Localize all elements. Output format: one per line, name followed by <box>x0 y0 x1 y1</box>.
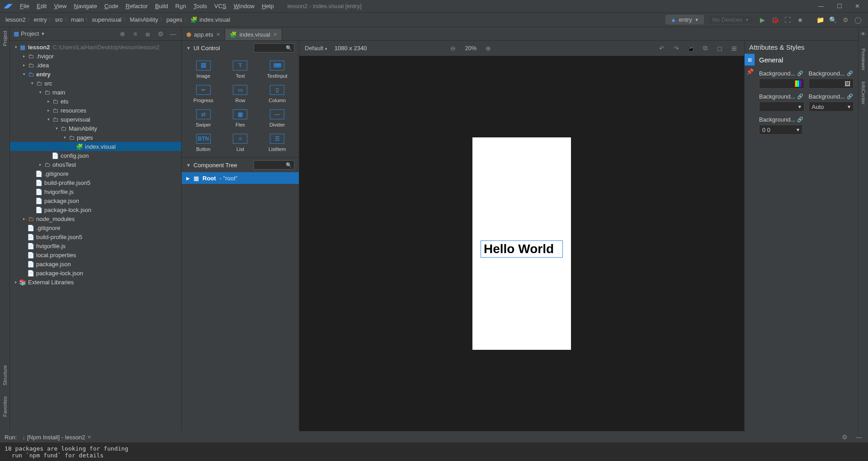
control-progress[interactable]: ━Progress <box>186 85 221 103</box>
devices-dropdown[interactable]: No Devices▼ <box>708 15 754 24</box>
structure-tool-button[interactable]: Structure <box>2 365 8 386</box>
link-icon[interactable]: 🔗 <box>847 71 853 76</box>
control-text[interactable]: TText <box>223 61 258 79</box>
control-button[interactable]: BTNButton <box>186 134 221 152</box>
pin-icon[interactable]: 📌 <box>746 68 754 75</box>
expand-all-icon[interactable]: ≡ <box>131 29 140 38</box>
menu-vcs[interactable]: VCS <box>212 2 229 10</box>
menu-navigate[interactable]: Navigate <box>71 2 99 10</box>
tree-item[interactable]: 📄hvigorfile.js <box>10 241 181 250</box>
tree-item[interactable]: 📄.gitignore <box>10 223 181 232</box>
menu-refactor[interactable]: Refactor <box>123 2 151 10</box>
menu-code[interactable]: Code <box>102 2 121 10</box>
run-button[interactable]: ▶ <box>758 15 767 24</box>
tree-item[interactable]: 📄package.json <box>10 259 181 268</box>
tree-item[interactable]: ▾🗀src <box>10 79 181 88</box>
collapse-icon[interactable]: ▼ <box>186 46 191 51</box>
tree-item[interactable]: 📄hvigorfile.js <box>10 187 181 196</box>
control-swiper[interactable]: ⇄Swiper <box>186 109 221 127</box>
coverage-button[interactable]: ⛶ <box>783 15 792 24</box>
menu-tools[interactable]: Tools <box>191 2 210 10</box>
tab-index-visual[interactable]: 🧩index.visual✕ <box>225 29 282 40</box>
copy-icon[interactable]: ⧉ <box>701 44 710 53</box>
control-flex[interactable]: ▦Flex <box>223 109 258 127</box>
tree-item[interactable]: ▸🗀.idea <box>10 61 181 70</box>
control-divider[interactable]: —Divider <box>260 109 294 127</box>
menu-view[interactable]: View <box>51 2 69 10</box>
image-picker-icon[interactable]: 🖼 <box>844 80 850 87</box>
hello-world-text[interactable]: Hello World <box>481 240 563 258</box>
tree-item[interactable]: ▾🗀main <box>10 88 181 97</box>
menu-run[interactable]: Run <box>173 2 189 10</box>
hide-run-panel-icon[interactable]: — <box>854 433 863 442</box>
menu-file[interactable]: FFileile <box>17 2 32 10</box>
link-icon[interactable]: 🔗 <box>797 94 803 99</box>
link-icon[interactable]: 🔗 <box>797 71 803 76</box>
tree-item[interactable]: ▸🗀ohosTest <box>10 160 181 169</box>
tree-item[interactable]: ▸🗀.hvigor <box>10 52 181 61</box>
redo-button[interactable]: ↷ <box>672 44 681 53</box>
close-run-tab-icon[interactable]: ✕ <box>87 434 91 440</box>
control-image[interactable]: 🖼Image <box>186 61 221 79</box>
tree-item[interactable]: 📄build-profile.json5 <box>10 178 181 187</box>
control-list[interactable]: ≡List <box>223 134 258 152</box>
device-preset-dropdown[interactable]: Default ▾ <box>305 45 327 52</box>
search-button[interactable]: 🔍 <box>828 15 837 24</box>
menu-help[interactable]: Help <box>259 2 277 10</box>
bg-position-dropdown[interactable]: 0 0▾ <box>759 125 802 135</box>
tree-item[interactable]: ▸🗀node_modules <box>10 214 181 223</box>
project-tool-button[interactable]: Project <box>2 31 8 46</box>
crop-icon[interactable]: ◻ <box>715 44 724 53</box>
undo-button[interactable]: ↶ <box>657 44 666 53</box>
run-output[interactable]: 18 packages are looking for funding run … <box>0 442 868 461</box>
tree-item[interactable]: ▾🗀pages <box>10 133 181 142</box>
tree-item[interactable]: 📄package-lock.json <box>10 205 181 214</box>
tree-search-input[interactable]: 🔍 <box>254 160 294 169</box>
collapse-all-icon[interactable]: ≣ <box>143 29 152 38</box>
breadcrumb-item[interactable]: src <box>55 16 63 23</box>
breadcrumb-item[interactable]: entry <box>34 16 47 23</box>
control-row[interactable]: ▭Row <box>223 85 258 103</box>
bg-repeat-dropdown[interactable]: Auto▾ <box>809 102 854 112</box>
run-settings-icon[interactable]: ⚙ <box>840 433 849 442</box>
breadcrumb-item[interactable]: index.visual <box>199 16 230 23</box>
zoom-out-button[interactable]: ⊖ <box>448 44 458 53</box>
tree-item[interactable]: 📄local.properties <box>10 250 181 259</box>
minimize-button[interactable]: — <box>814 1 829 11</box>
debug-button[interactable]: 🐞 <box>770 15 779 24</box>
close-tab-icon[interactable]: ✕ <box>216 32 220 38</box>
tree-item[interactable]: 📄package.json <box>10 196 181 205</box>
panel-settings-icon[interactable]: ⚙ <box>156 29 165 38</box>
previewer-tool-button[interactable]: Previewer <box>861 48 866 71</box>
link-icon[interactable]: 🔗 <box>797 117 803 122</box>
tree-item[interactable]: 📄build-profile.json5 <box>10 232 181 241</box>
menu-window[interactable]: Window <box>231 2 257 10</box>
link-icon[interactable]: 🔗 <box>847 94 853 99</box>
grid-icon[interactable]: ⊞ <box>730 44 739 53</box>
hide-panel-icon[interactable]: — <box>169 29 178 38</box>
control-textinput[interactable]: ⌨TextInput <box>260 61 294 79</box>
device-icon[interactable]: 📱 <box>686 44 695 53</box>
run-config-dropdown[interactable]: ▲entry▼ <box>665 15 704 24</box>
project-view-dropdown[interactable]: ▼ <box>41 32 45 36</box>
control-column[interactable]: ▯Column <box>260 85 294 103</box>
control-search-input[interactable]: 🔍 <box>254 43 294 52</box>
menu-build[interactable]: Build <box>152 2 171 10</box>
general-tab-icon[interactable]: ⊞ <box>748 57 752 63</box>
tree-item[interactable]: ▾🗀entry <box>10 70 181 79</box>
close-window-button[interactable]: ✕ <box>850 1 864 11</box>
settings-button[interactable]: ⚙ <box>841 15 850 24</box>
canvas[interactable]: Hello World <box>299 56 744 431</box>
infocenter-tool-button[interactable]: InfoCenter <box>861 81 866 104</box>
close-tab-icon[interactable]: ✕ <box>273 32 277 38</box>
tree-root[interactable]: ▾▦lesson2C:\Users\LalHan\Desktop\lesson\… <box>10 42 181 52</box>
folder-icon[interactable]: 📁 <box>816 15 825 24</box>
tree-item[interactable]: ▸🗀ets <box>10 97 181 106</box>
favorites-tool-button[interactable]: Favorites <box>2 396 8 417</box>
bg-image-input[interactable]: 🖼 <box>809 79 854 89</box>
tree-item[interactable]: ▸🗀resources <box>10 106 181 115</box>
breadcrumb-item[interactable]: pages <box>166 16 182 23</box>
breadcrumb-item[interactable]: MainAbility <box>130 16 158 23</box>
breadcrumb-item[interactable]: lesson2 <box>5 16 26 23</box>
tree-item[interactable]: ▾🗀MainAbility <box>10 124 181 133</box>
